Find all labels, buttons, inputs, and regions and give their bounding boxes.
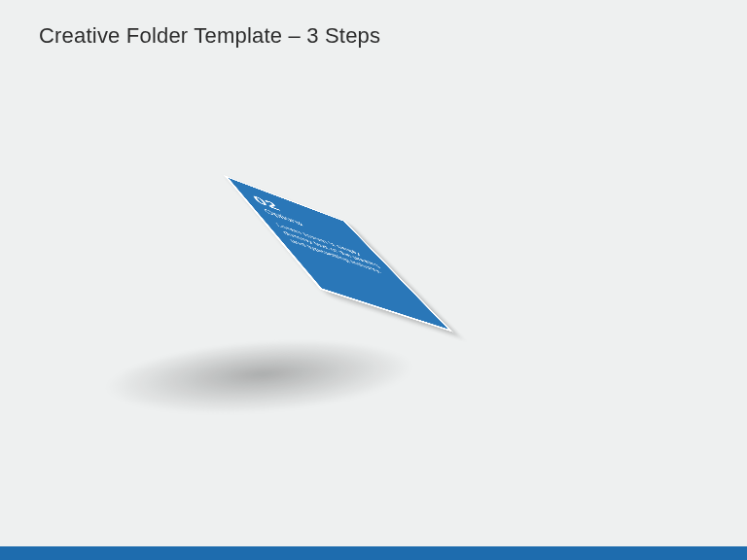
folder-graphic: 01 Options Lorem Ipsum is simply dummy t… (78, 146, 447, 476)
slide-title: Creative Folder Template – 3 Steps (39, 23, 380, 49)
page-body: Lorem Ipsum is simply dummy text of the … (155, 230, 263, 353)
page-heading: Options (146, 216, 238, 318)
footer-bar (0, 546, 747, 560)
folder-page-right: 02 Options Lorem Ipsum is simply dummy t… (224, 175, 453, 332)
folder-shadow (101, 331, 439, 428)
page-number: 01 (135, 200, 231, 308)
